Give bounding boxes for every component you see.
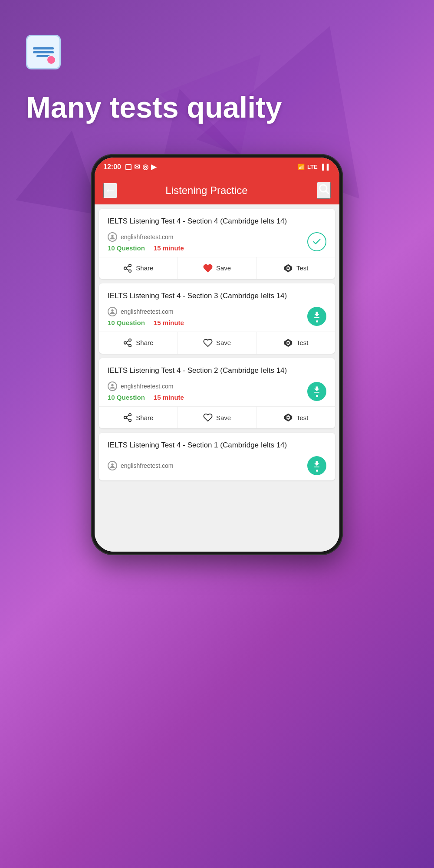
test-card-2: IELTS Listening Test 4 - Section 3 (Camb…	[99, 283, 335, 354]
test-icon-1	[283, 263, 293, 273]
page-header: Many tests quality	[0, 0, 434, 141]
card-2-actions: Share Save	[99, 332, 335, 354]
person-icon-3	[109, 383, 116, 390]
test-card-4: IELTS Listening Test 4 - Section 1 (Camb…	[99, 433, 335, 480]
svg-marker-30	[287, 417, 289, 418]
user-icon-4	[108, 461, 117, 470]
card-4-meta-left: englishfreetest.com	[108, 461, 173, 470]
download-arrow-icon	[312, 311, 321, 319]
share-icon-3	[123, 413, 132, 422]
card-1-time: 15 minute	[154, 244, 184, 252]
card-1-body: IELTS Listening Test 4 - Section 4 (Camb…	[99, 209, 335, 257]
signal-icon: ▐	[320, 164, 324, 170]
battery-icon: ▌	[327, 164, 331, 170]
svg-line-16	[126, 343, 129, 345]
test-icon-3	[283, 413, 293, 422]
app-bar: ← Listening Practice	[95, 177, 339, 204]
app-bar-title: Listening Practice	[126, 184, 287, 197]
svg-line-6	[126, 269, 129, 270]
card-1-stats: 10 Question 15 minute	[108, 244, 184, 252]
svg-line-26	[126, 418, 129, 420]
card-2-meta-left: englishfreetest.com 10 Question 15 minut…	[108, 307, 184, 326]
checkmark-icon	[312, 237, 322, 247]
heart-filled-icon	[203, 263, 213, 273]
svg-line-27	[126, 415, 129, 417]
card-3-source: englishfreetest.com	[108, 381, 184, 391]
user-icon-1	[108, 232, 117, 242]
status-square-icon	[125, 164, 132, 170]
heart-empty-icon-3	[203, 413, 213, 422]
share-button-1[interactable]: Share	[99, 257, 178, 279]
svg-line-1	[326, 191, 328, 194]
status-icons: ✉ ◎ ▶	[125, 163, 156, 171]
test-label-3: Test	[296, 414, 309, 421]
card-2-meta: englishfreetest.com 10 Question 15 minut…	[108, 307, 326, 326]
status-bar-right: 📶 LTE ▐ ▌	[298, 164, 331, 170]
save-label-2: Save	[216, 339, 231, 346]
share-button-2[interactable]: Share	[99, 332, 178, 354]
card-1-questions: 10 Question	[108, 244, 145, 252]
test-button-2[interactable]: Test	[256, 332, 335, 354]
svg-rect-12	[314, 317, 319, 318]
svg-line-17	[126, 341, 129, 342]
svg-marker-10	[287, 267, 289, 269]
svg-marker-20	[287, 342, 289, 344]
card-1-meta-left: englishfreetest.com 10 Question 15 minut…	[108, 232, 184, 252]
svg-rect-32	[314, 467, 319, 467]
svg-point-31	[111, 464, 113, 466]
download-arrow-icon-3	[312, 385, 321, 394]
card-3-body: IELTS Listening Test 4 - Section 2 (Camb…	[99, 358, 335, 406]
download-icon-4	[307, 456, 326, 475]
card-2-title: IELTS Listening Test 4 - Section 3 (Camb…	[108, 291, 326, 301]
card-2-questions: 10 Question	[108, 319, 145, 326]
status-time: 12:00	[103, 163, 121, 171]
save-button-2[interactable]: Save	[178, 332, 257, 354]
phone-mockup: 12:00 ✉ ◎ ▶ 📶 LTE ▐ ▌ ←	[91, 154, 343, 555]
share-icon	[123, 263, 132, 273]
test-button-3[interactable]: Test	[256, 407, 335, 428]
card-3-meta: englishfreetest.com 10 Question 15 minut…	[108, 381, 326, 401]
card-1-source: englishfreetest.com	[108, 232, 184, 242]
card-3-time: 15 minute	[154, 394, 184, 401]
content-area: IELTS Listening Test 4 - Section 4 (Camb…	[95, 204, 339, 552]
card-3-stats: 10 Question 15 minute	[108, 394, 184, 401]
card-3-title: IELTS Listening Test 4 - Section 2 (Camb…	[108, 366, 326, 375]
card-2-source: englishfreetest.com	[108, 307, 184, 316]
person-icon-2	[109, 308, 116, 315]
phone-inner: 12:00 ✉ ◎ ▶ 📶 LTE ▐ ▌ ←	[95, 158, 339, 552]
card-4-body: IELTS Listening Test 4 - Section 1 (Camb…	[99, 433, 335, 480]
card-3-questions: 10 Question	[108, 394, 145, 401]
card-2-time: 15 minute	[154, 319, 184, 326]
mail-icon: ✉	[134, 163, 140, 171]
test-label-1: Test	[296, 264, 309, 272]
share-label-1: Share	[136, 264, 153, 272]
test-label-2: Test	[296, 339, 309, 346]
test-button-1[interactable]: Test	[256, 257, 335, 279]
share-label-2: Share	[136, 339, 153, 346]
status-bar: 12:00 ✉ ◎ ▶ 📶 LTE ▐ ▌	[95, 158, 339, 177]
test-card-3: IELTS Listening Test 4 - Section 2 (Camb…	[99, 358, 335, 428]
svg-line-7	[126, 266, 129, 268]
svg-rect-22	[314, 392, 319, 393]
user-icon-2	[108, 307, 117, 316]
icon-line-1	[33, 47, 54, 49]
svg-point-21	[111, 384, 113, 386]
save-button-3[interactable]: Save	[178, 407, 257, 428]
search-button[interactable]	[317, 182, 331, 199]
app-icon	[26, 35, 61, 69]
person-icon-4	[109, 462, 116, 469]
download-dot-4	[316, 470, 318, 472]
share-button-3[interactable]: Share	[99, 407, 178, 428]
download-arrow-icon-4	[312, 460, 321, 469]
card-3-meta-left: englishfreetest.com 10 Question 15 minut…	[108, 381, 184, 401]
download-dot-3	[316, 395, 318, 397]
card-4-source: englishfreetest.com	[108, 461, 173, 470]
test-icon-2	[283, 338, 293, 348]
user-icon-3	[108, 381, 117, 391]
back-button[interactable]: ←	[103, 183, 117, 198]
svg-point-11	[111, 309, 113, 312]
save-button-1[interactable]: Save	[178, 257, 257, 279]
completed-icon-1	[307, 232, 326, 251]
person-icon	[109, 233, 116, 240]
location-icon: ◎	[142, 163, 148, 171]
